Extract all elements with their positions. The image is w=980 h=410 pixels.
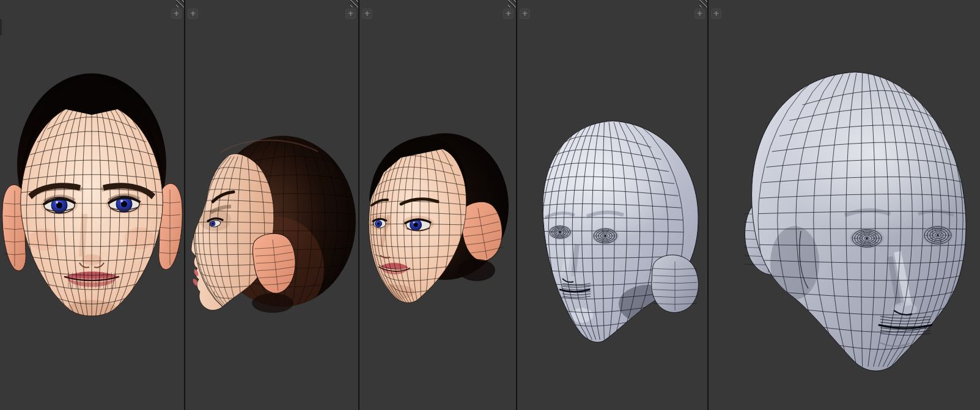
panel-divider[interactable]: [707, 0, 709, 410]
panel-divider[interactable]: [184, 0, 185, 410]
area-resize-grip-icon[interactable]: [699, 0, 707, 7]
add-viewport-button[interactable]: +: [711, 9, 721, 19]
head-model-clay-view-large[interactable]: [708, 0, 980, 410]
viewport-panel-1[interactable]: [0, 0, 185, 410]
add-viewport-button[interactable]: +: [503, 9, 514, 19]
add-viewport-button[interactable]: +: [171, 9, 182, 19]
add-viewport-button[interactable]: +: [345, 9, 356, 19]
viewport-panel-3[interactable]: [359, 0, 517, 410]
viewport-panel-5[interactable]: [708, 0, 980, 410]
panel-divider[interactable]: [516, 0, 517, 410]
multi-viewport-stage: + + + + + + + +: [0, 0, 980, 410]
area-resize-grip-icon[interactable]: [176, 0, 184, 7]
panel-divider[interactable]: [358, 0, 359, 410]
area-resize-grip-icon[interactable]: [350, 0, 358, 7]
clipped-panel-edge: [0, 19, 2, 35]
head-model-clay-view[interactable]: [517, 0, 708, 410]
area-resize-grip-icon[interactable]: [508, 0, 516, 7]
head-model-three-quarter-view[interactable]: [359, 0, 517, 410]
add-viewport-button[interactable]: +: [362, 9, 372, 19]
head-model-front-view[interactable]: [0, 0, 185, 410]
head-model-profile-view[interactable]: [185, 0, 359, 410]
viewport-panel-2[interactable]: [185, 0, 359, 410]
viewport-panel-4[interactable]: [517, 0, 708, 410]
add-viewport-button[interactable]: +: [188, 9, 198, 19]
add-viewport-button[interactable]: +: [694, 9, 705, 19]
add-viewport-button[interactable]: +: [520, 9, 530, 19]
